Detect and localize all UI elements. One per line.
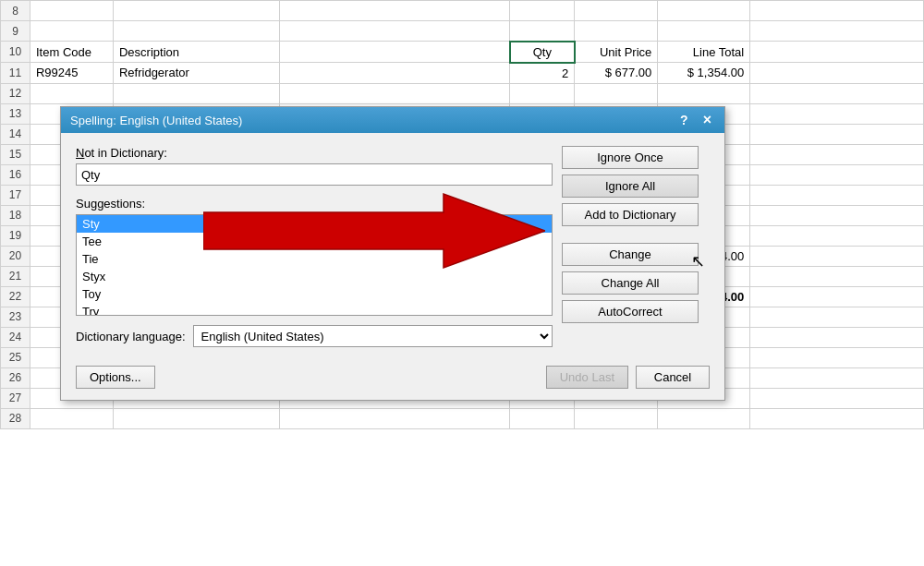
row-num: 9 xyxy=(1,21,30,42)
autocorrect-button[interactable]: AutoCorrect xyxy=(562,300,699,323)
undo-last-button[interactable]: Undo Last xyxy=(546,366,628,389)
table-row: 10 Item Code Description Qty Unit Price … xyxy=(1,42,924,63)
cancel-button[interactable]: Cancel xyxy=(636,366,710,389)
col-qty[interactable]: Qty xyxy=(510,42,575,63)
table-row: 11 R99245 Refridgerator 2 $ 677.00 $ 1,3… xyxy=(1,63,924,84)
dialog-footer: Options... Undo Last Cancel xyxy=(61,358,724,400)
suggestions-list[interactable]: Sty Tee Tie Styx Toy Try xyxy=(76,214,553,316)
spelling-dialog: Spelling: English (United States) ? × No… xyxy=(60,106,725,401)
ignore-all-button[interactable]: Ignore All xyxy=(562,175,699,198)
dialog-titlebar: Spelling: English (United States) ? × xyxy=(61,107,724,133)
row-num: 8 xyxy=(1,1,30,21)
dict-lang-label: Dictionary language: xyxy=(76,330,186,343)
suggestion-item[interactable]: Toy xyxy=(77,285,552,303)
ignore-once-button[interactable]: Ignore Once xyxy=(562,146,699,169)
dialog-footer-left: Options... xyxy=(76,366,155,389)
row-num: 10 xyxy=(1,42,30,63)
row-num: 11 xyxy=(1,63,30,84)
suggestion-item[interactable]: Tie xyxy=(77,250,552,268)
dialog-right-panel: Ignore Once Ignore All Add to Dictionary… xyxy=(562,146,710,347)
suggestions-label: Suggestions: xyxy=(76,197,553,211)
change-all-button[interactable]: Change All xyxy=(562,271,699,295)
dialog-footer-right: Undo Last Cancel xyxy=(546,366,710,389)
col-line-total: Line Total xyxy=(658,42,750,63)
options-button[interactable]: Options... xyxy=(76,366,155,389)
table-row: 12 xyxy=(1,83,924,103)
dialog-body: Not in Dictionary: Suggestions: Sty Tee … xyxy=(61,133,724,358)
description-cell: Refridgerator xyxy=(113,63,279,84)
suggestion-item[interactable]: Tee xyxy=(77,233,552,250)
not-in-dict-input[interactable] xyxy=(76,163,553,186)
table-row: 9 xyxy=(1,21,924,42)
col-item-code: Item Code xyxy=(30,42,113,63)
dict-lang-select[interactable]: English (United States) xyxy=(193,325,553,347)
unit-price-cell: $ 677.00 xyxy=(575,63,658,84)
dialog-close-button[interactable]: × xyxy=(699,113,715,127)
suggestions-list-inner: Sty Tee Tie Styx Toy Try xyxy=(77,215,552,316)
suggestion-item[interactable]: Try xyxy=(77,303,552,316)
table-row: 28 xyxy=(1,408,924,428)
suggestion-item[interactable]: Styx xyxy=(77,268,552,285)
table-row: 8 xyxy=(1,1,924,21)
col-description: Description xyxy=(113,42,279,63)
change-button[interactable]: Change xyxy=(562,243,699,266)
qty-cell: 2 xyxy=(510,63,575,84)
dialog-help-button[interactable]: ? xyxy=(676,114,692,126)
col-unit-price: Unit Price xyxy=(575,42,658,63)
not-in-dict-label: Not in Dictionary: xyxy=(76,146,553,160)
dialog-titlebar-buttons: ? × xyxy=(676,113,715,127)
add-to-dict-button[interactable]: Add to Dictionary xyxy=(562,203,699,226)
dialog-title: Spelling: English (United States) xyxy=(70,114,242,127)
dict-lang-row: Dictionary language: English (United Sta… xyxy=(76,325,553,347)
item-code-cell: R99245 xyxy=(30,63,113,84)
line-total-cell: $ 1,354.00 xyxy=(658,63,750,84)
suggestion-item[interactable]: Sty xyxy=(77,215,552,233)
dialog-left-panel: Not in Dictionary: Suggestions: Sty Tee … xyxy=(76,146,553,347)
